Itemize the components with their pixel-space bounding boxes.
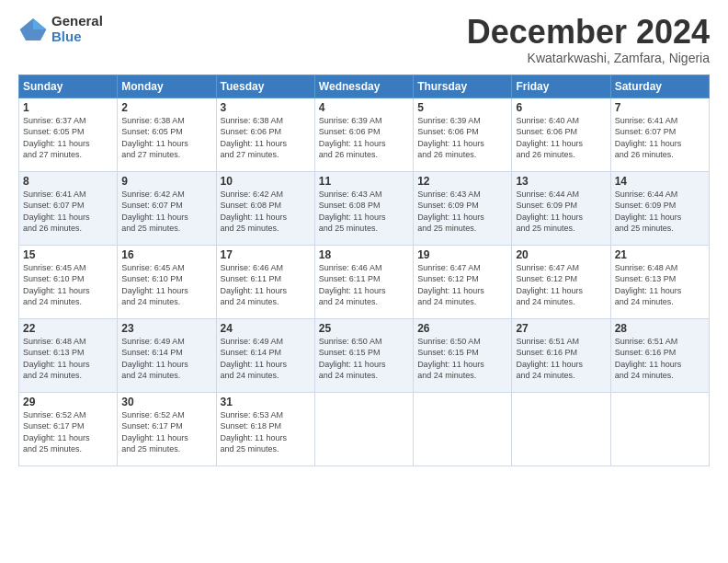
table-row: 4Sunrise: 6:39 AM Sunset: 6:06 PM Daylig… <box>314 98 413 171</box>
calendar-week-row: 1Sunrise: 6:37 AM Sunset: 6:05 PM Daylig… <box>19 98 710 171</box>
calendar-week-row: 29Sunrise: 6:52 AM Sunset: 6:17 PM Dayli… <box>19 392 710 465</box>
day-info: Sunrise: 6:42 AM Sunset: 6:07 PM Dayligh… <box>121 189 211 235</box>
table-row: 1Sunrise: 6:37 AM Sunset: 6:05 PM Daylig… <box>19 98 118 171</box>
day-number: 17 <box>221 248 311 261</box>
day-number: 27 <box>516 322 606 335</box>
table-row <box>610 392 709 465</box>
table-row: 27Sunrise: 6:51 AM Sunset: 6:16 PM Dayli… <box>512 318 610 392</box>
day-number: 7 <box>615 101 705 114</box>
title-block: December 2024 Kwatarkwashi, Zamfara, Nig… <box>467 14 710 65</box>
day-number: 24 <box>221 322 311 335</box>
header: General Blue December 2024 Kwatarkwashi,… <box>18 14 710 65</box>
day-number: 1 <box>23 101 113 114</box>
table-row: 9Sunrise: 6:42 AM Sunset: 6:07 PM Daylig… <box>118 171 216 245</box>
day-number: 29 <box>23 396 113 408</box>
day-info: Sunrise: 6:39 AM Sunset: 6:06 PM Dayligh… <box>417 115 507 161</box>
col-wednesday: Wednesday <box>314 75 413 98</box>
logo-icon <box>18 15 48 44</box>
calendar-week-row: 22Sunrise: 6:48 AM Sunset: 6:13 PM Dayli… <box>19 318 710 392</box>
table-row: 12Sunrise: 6:43 AM Sunset: 6:09 PM Dayli… <box>414 171 512 245</box>
day-number: 14 <box>615 175 705 188</box>
table-row: 29Sunrise: 6:52 AM Sunset: 6:17 PM Dayli… <box>19 392 118 465</box>
table-row: 18Sunrise: 6:46 AM Sunset: 6:11 PM Dayli… <box>314 245 413 318</box>
day-number: 31 <box>221 396 311 408</box>
day-number: 22 <box>23 322 113 335</box>
calendar-week-row: 15Sunrise: 6:45 AM Sunset: 6:10 PM Dayli… <box>19 245 710 318</box>
col-thursday: Thursday <box>414 75 512 98</box>
table-row: 11Sunrise: 6:43 AM Sunset: 6:08 PM Dayli… <box>314 171 413 245</box>
day-info: Sunrise: 6:49 AM Sunset: 6:14 PM Dayligh… <box>221 336 311 382</box>
table-row: 14Sunrise: 6:44 AM Sunset: 6:09 PM Dayli… <box>610 171 709 245</box>
table-row: 5Sunrise: 6:39 AM Sunset: 6:06 PM Daylig… <box>414 98 512 171</box>
table-row: 2Sunrise: 6:38 AM Sunset: 6:05 PM Daylig… <box>118 98 216 171</box>
day-info: Sunrise: 6:39 AM Sunset: 6:06 PM Dayligh… <box>319 115 409 161</box>
col-friday: Friday <box>512 75 610 98</box>
day-info: Sunrise: 6:46 AM Sunset: 6:11 PM Dayligh… <box>221 262 311 308</box>
table-row <box>314 392 413 465</box>
day-info: Sunrise: 6:49 AM Sunset: 6:14 PM Dayligh… <box>121 336 211 382</box>
day-info: Sunrise: 6:47 AM Sunset: 6:12 PM Dayligh… <box>417 262 507 308</box>
col-saturday: Saturday <box>610 75 709 98</box>
calendar-table: Sunday Monday Tuesday Wednesday Thursday… <box>18 75 710 466</box>
table-row: 16Sunrise: 6:45 AM Sunset: 6:10 PM Dayli… <box>118 245 216 318</box>
day-number: 12 <box>417 175 507 188</box>
location-subtitle: Kwatarkwashi, Zamfara, Nigeria <box>467 51 710 65</box>
col-tuesday: Tuesday <box>216 75 314 98</box>
day-number: 5 <box>417 101 507 114</box>
day-info: Sunrise: 6:41 AM Sunset: 6:07 PM Dayligh… <box>615 115 705 161</box>
day-info: Sunrise: 6:47 AM Sunset: 6:12 PM Dayligh… <box>516 262 606 308</box>
day-info: Sunrise: 6:43 AM Sunset: 6:09 PM Dayligh… <box>417 189 507 235</box>
day-number: 6 <box>516 101 606 114</box>
day-info: Sunrise: 6:37 AM Sunset: 6:05 PM Dayligh… <box>23 115 113 161</box>
day-info: Sunrise: 6:50 AM Sunset: 6:15 PM Dayligh… <box>319 336 409 382</box>
logo: General Blue <box>18 14 103 44</box>
day-info: Sunrise: 6:40 AM Sunset: 6:06 PM Dayligh… <box>516 115 606 161</box>
table-row: 13Sunrise: 6:44 AM Sunset: 6:09 PM Dayli… <box>512 171 610 245</box>
table-row <box>512 392 610 465</box>
table-row: 3Sunrise: 6:38 AM Sunset: 6:06 PM Daylig… <box>216 98 314 171</box>
day-number: 20 <box>516 248 606 261</box>
table-row <box>414 392 512 465</box>
table-row: 23Sunrise: 6:49 AM Sunset: 6:14 PM Dayli… <box>118 318 216 392</box>
day-number: 8 <box>23 175 113 188</box>
day-info: Sunrise: 6:38 AM Sunset: 6:05 PM Dayligh… <box>121 115 211 161</box>
day-info: Sunrise: 6:41 AM Sunset: 6:07 PM Dayligh… <box>23 189 113 235</box>
table-row: 17Sunrise: 6:46 AM Sunset: 6:11 PM Dayli… <box>216 245 314 318</box>
day-info: Sunrise: 6:48 AM Sunset: 6:13 PM Dayligh… <box>615 262 705 308</box>
day-info: Sunrise: 6:44 AM Sunset: 6:09 PM Dayligh… <box>615 189 705 235</box>
table-row: 8Sunrise: 6:41 AM Sunset: 6:07 PM Daylig… <box>19 171 118 245</box>
day-number: 18 <box>319 248 409 261</box>
table-row: 20Sunrise: 6:47 AM Sunset: 6:12 PM Dayli… <box>512 245 610 318</box>
table-row: 10Sunrise: 6:42 AM Sunset: 6:08 PM Dayli… <box>216 171 314 245</box>
logo-text: General Blue <box>51 14 103 44</box>
table-row: 31Sunrise: 6:53 AM Sunset: 6:18 PM Dayli… <box>216 392 314 465</box>
day-number: 21 <box>615 248 705 261</box>
day-number: 11 <box>319 175 409 188</box>
table-row: 25Sunrise: 6:50 AM Sunset: 6:15 PM Dayli… <box>314 318 413 392</box>
day-info: Sunrise: 6:46 AM Sunset: 6:11 PM Dayligh… <box>319 262 409 308</box>
col-monday: Monday <box>118 75 216 98</box>
table-row: 30Sunrise: 6:52 AM Sunset: 6:17 PM Dayli… <box>118 392 216 465</box>
day-info: Sunrise: 6:43 AM Sunset: 6:08 PM Dayligh… <box>319 189 409 235</box>
day-info: Sunrise: 6:52 AM Sunset: 6:17 PM Dayligh… <box>23 409 113 455</box>
day-number: 2 <box>121 101 211 114</box>
day-info: Sunrise: 6:42 AM Sunset: 6:08 PM Dayligh… <box>221 189 311 235</box>
table-row: 24Sunrise: 6:49 AM Sunset: 6:14 PM Dayli… <box>216 318 314 392</box>
day-info: Sunrise: 6:45 AM Sunset: 6:10 PM Dayligh… <box>121 262 211 308</box>
table-row: 21Sunrise: 6:48 AM Sunset: 6:13 PM Dayli… <box>610 245 709 318</box>
day-number: 4 <box>319 101 409 114</box>
table-row: 19Sunrise: 6:47 AM Sunset: 6:12 PM Dayli… <box>414 245 512 318</box>
day-number: 3 <box>221 101 311 114</box>
day-info: Sunrise: 6:52 AM Sunset: 6:17 PM Dayligh… <box>121 409 211 455</box>
table-row: 22Sunrise: 6:48 AM Sunset: 6:13 PM Dayli… <box>19 318 118 392</box>
day-info: Sunrise: 6:44 AM Sunset: 6:09 PM Dayligh… <box>516 189 606 235</box>
day-info: Sunrise: 6:53 AM Sunset: 6:18 PM Dayligh… <box>221 409 311 455</box>
logo-general: General <box>51 14 103 29</box>
day-number: 23 <box>121 322 211 335</box>
day-number: 30 <box>121 396 211 408</box>
page: General Blue December 2024 Kwatarkwashi,… <box>0 0 728 563</box>
calendar-header-row: Sunday Monday Tuesday Wednesday Thursday… <box>19 75 710 98</box>
calendar-week-row: 8Sunrise: 6:41 AM Sunset: 6:07 PM Daylig… <box>19 171 710 245</box>
table-row: 28Sunrise: 6:51 AM Sunset: 6:16 PM Dayli… <box>610 318 709 392</box>
table-row: 6Sunrise: 6:40 AM Sunset: 6:06 PM Daylig… <box>512 98 610 171</box>
